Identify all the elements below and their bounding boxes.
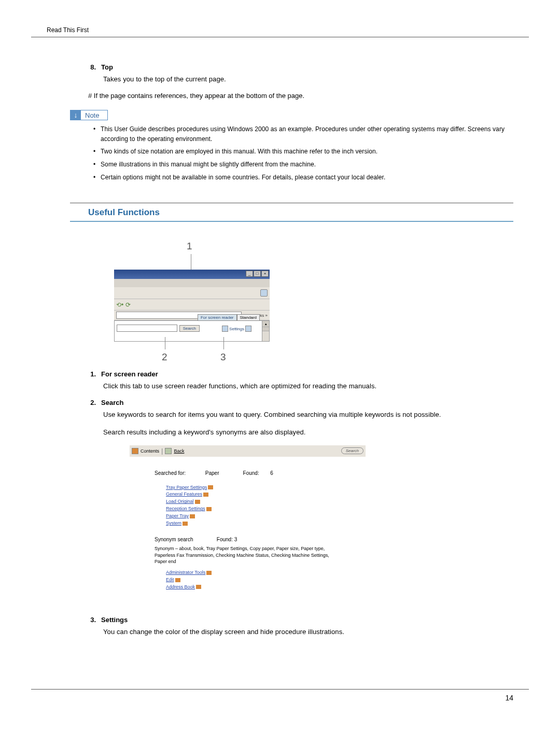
search-button: Search	[341, 447, 363, 454]
item-number: 3.	[88, 616, 96, 624]
settings-button: Settings	[229, 327, 244, 331]
found-count: 6	[270, 470, 273, 476]
nav-back-icon: ⟲•	[116, 301, 123, 308]
result-link: Reception Settings	[166, 505, 355, 513]
page-number: 14	[505, 694, 513, 702]
item-title: For screen reader	[101, 370, 158, 378]
result-toolbar: Contents | Back Search	[130, 445, 366, 457]
list-item-3: 3. Settings You can change the color of …	[88, 616, 513, 637]
note-list: This User Guide describes procedures usi…	[88, 124, 513, 182]
synonym-links: Administrator Tools Edit Address Book	[155, 569, 355, 591]
doc-icon	[183, 522, 188, 526]
window-menubar	[114, 279, 270, 287]
page-footer: 14	[31, 689, 529, 702]
reference-note: # If the page contains references, they …	[88, 92, 513, 100]
note-item: Some illustrations in this manual might …	[93, 160, 513, 170]
breadcrumb: Read This First	[31, 26, 89, 34]
callout-2: 2	[162, 352, 167, 363]
scroll-thumb	[262, 327, 269, 331]
item-number: 8.	[88, 63, 96, 71]
found-label: Found:	[243, 470, 269, 476]
found-count: 3	[234, 537, 237, 542]
callout-1: 1	[187, 241, 192, 252]
item-desc: You can change the color of the display …	[88, 627, 513, 637]
item-title: Settings	[101, 616, 128, 624]
item-title: Search	[101, 399, 123, 406]
window-minimize-icon: _	[246, 271, 253, 277]
note-item: This User Guide describes procedures usi…	[93, 124, 513, 144]
doc-icon	[206, 571, 212, 575]
contents-icon	[132, 448, 138, 454]
page-header: Read This First	[31, 26, 529, 37]
result-link: Tray Paper Settings	[166, 484, 355, 491]
list-item-2: 2. Search Use keywords to search for ite…	[88, 399, 513, 438]
result-link: Edit	[166, 577, 355, 584]
doc-icon	[190, 514, 195, 518]
down-arrow-icon: ↓	[71, 110, 81, 120]
doc-icon	[206, 507, 212, 511]
callout-3: 3	[220, 352, 226, 363]
result-link: Address Book	[166, 584, 355, 591]
back-icon	[165, 448, 172, 454]
note-callout: ↓ Note	[70, 110, 108, 120]
result-link: Load Original	[166, 498, 355, 505]
search-field	[117, 325, 177, 332]
toolbar-icon	[260, 289, 268, 297]
synonym-text: Synonym – about, book, Tray Paper Settin…	[155, 545, 355, 565]
item-desc: Use keywords to search for items you wan…	[88, 410, 513, 420]
item-desc: Takes you to the top of the current page…	[88, 74, 513, 85]
searched-for-label: Searched for:	[155, 470, 204, 476]
leader-line	[165, 337, 165, 349]
result-link: System	[166, 520, 355, 527]
result-link: General Features	[166, 491, 355, 498]
settings-icon	[222, 326, 228, 332]
section-title: Useful Functions	[70, 203, 513, 221]
leader-line	[191, 254, 191, 272]
window-content: For screen reader Standard Search Settin…	[114, 320, 270, 342]
section-heading: Useful Functions	[70, 203, 513, 222]
doc-icon	[195, 500, 200, 504]
result-links: Tray Paper Settings General Features Loa…	[155, 484, 355, 528]
item-desc-2: Search results including a keyword's syn…	[88, 427, 513, 438]
doc-icon	[196, 585, 201, 589]
item-number: 2.	[88, 399, 96, 406]
search-term: Paper	[205, 470, 242, 476]
result-link: Paper Tray	[166, 513, 355, 520]
synonym-summary-row: Synonym search Found: 3	[155, 537, 355, 542]
window-maximize-icon: □	[254, 271, 261, 277]
synonym-label: Synonym search	[155, 537, 215, 542]
found-label: Found:	[217, 537, 233, 542]
tab-screen-reader: For screen reader	[198, 314, 237, 321]
note-item: Two kinds of size notation are employed …	[93, 147, 513, 157]
note-label: Note	[81, 111, 107, 119]
scrollbar: ▴	[262, 320, 270, 342]
item-number: 1.	[88, 370, 96, 378]
back-link: Back	[174, 448, 184, 454]
doc-icon	[203, 493, 208, 497]
search-summary-row: Searched for: Paper Found: 6	[155, 470, 355, 476]
figure-browser-window: 1 _ □ × ⟲• ⟳	[114, 241, 513, 360]
contents-link: Contents	[141, 448, 159, 454]
window-close-icon: ×	[261, 271, 269, 277]
window-nav-toolbar: ⟲• ⟳	[114, 299, 270, 310]
result-link: Administrator Tools	[166, 569, 355, 577]
window-titlebar: _ □ ×	[114, 270, 270, 279]
help-icon	[245, 326, 251, 332]
item-title: Top	[101, 63, 113, 71]
doc-icon	[175, 578, 180, 582]
list-item-1: 1. For screen reader Click this tab to u…	[88, 370, 513, 391]
tab-standard: Standard	[237, 314, 260, 321]
list-item-8: 8. Top Takes you to the top of the curre…	[88, 63, 513, 85]
note-item: Certain options might not be available i…	[93, 173, 513, 182]
doc-icon	[208, 485, 213, 489]
leader-line	[223, 337, 224, 349]
window-toolbar	[114, 287, 270, 299]
nav-fwd-icon: ⟳	[125, 301, 131, 308]
search-button: Search	[179, 325, 200, 332]
item-desc: Click this tab to use screen reader func…	[88, 381, 513, 391]
figure-search-results: Contents | Back Search Searched for: Pap…	[130, 445, 513, 603]
scroll-up-icon: ▴	[262, 321, 269, 327]
